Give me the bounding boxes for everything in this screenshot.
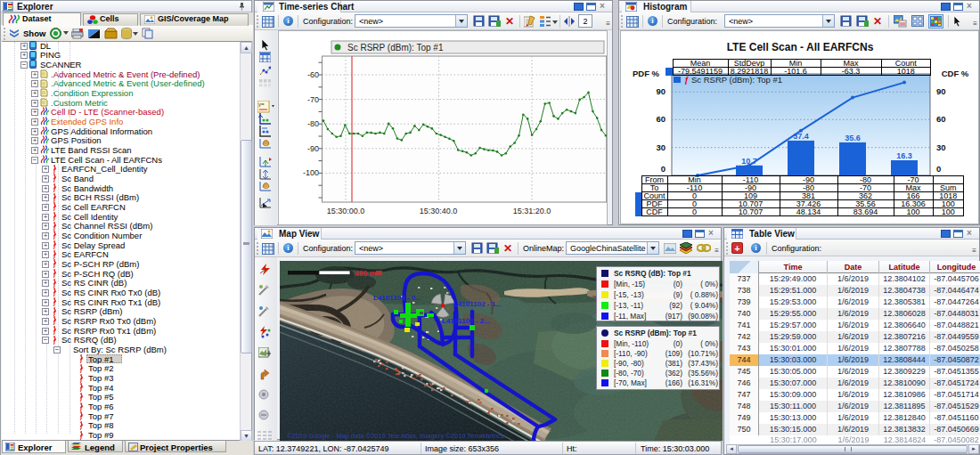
svg-text:L4101102 - 1...: L4101102 - 1... — [453, 300, 502, 308]
svg-text:-100: -100 — [303, 168, 319, 177]
svg-text:90: 90 — [936, 86, 946, 96]
svg-text:Sc RSRP (dBm): Top #1: Sc RSRP (dBm): Top #1 — [691, 75, 782, 85]
svg-text:Sc RSRP (dBm): Top #1: Sc RSRP (dBm): Top #1 — [347, 43, 444, 53]
svg-text:L4101103 - 0...: L4101103 - 0... — [373, 294, 421, 302]
svg-text:ƒ: ƒ — [684, 76, 689, 85]
svg-text:y=: y= — [258, 102, 265, 107]
svg-text:15:30:40.0: 15:30:40.0 — [420, 207, 458, 215]
svg-text:L4101103 - 2...: L4101103 - 2... — [442, 317, 490, 325]
svg-text:-80: -80 — [307, 119, 319, 128]
svg-text:-90: -90 — [307, 144, 319, 153]
svg-text:35.6: 35.6 — [845, 134, 861, 142]
svg-text:-60: -60 — [307, 70, 319, 79]
svg-text:60: 60 — [656, 114, 666, 124]
svg-text:15:31:20.0: 15:31:20.0 — [513, 207, 551, 215]
svg-text:LTE Cell Scan - All EARFCNs: LTE Cell Scan - All EARFCNs — [727, 41, 874, 53]
svg-text:PDF %: PDF % — [633, 69, 660, 78]
svg-text:499 m: 499 m — [355, 269, 377, 278]
svg-text:©2019 Google - Map data ©2019: ©2019 Google - Map data ©2019 Tele Atlas… — [287, 432, 504, 440]
svg-text:30: 30 — [936, 142, 946, 152]
svg-text:90: 90 — [656, 86, 666, 96]
svg-text:10.7: 10.7 — [741, 157, 757, 166]
svg-text:30: 30 — [656, 142, 666, 152]
svg-text:0: 0 — [936, 164, 941, 174]
svg-text:60: 60 — [936, 114, 946, 124]
svg-text:0: 0 — [661, 164, 666, 174]
svg-text:15:30:00.0: 15:30:00.0 — [327, 207, 365, 215]
svg-text:37.4: 37.4 — [793, 132, 809, 141]
svg-text:CDF %: CDF % — [942, 69, 969, 78]
svg-text:-70: -70 — [307, 95, 319, 104]
svg-text:16.3: 16.3 — [896, 151, 912, 160]
